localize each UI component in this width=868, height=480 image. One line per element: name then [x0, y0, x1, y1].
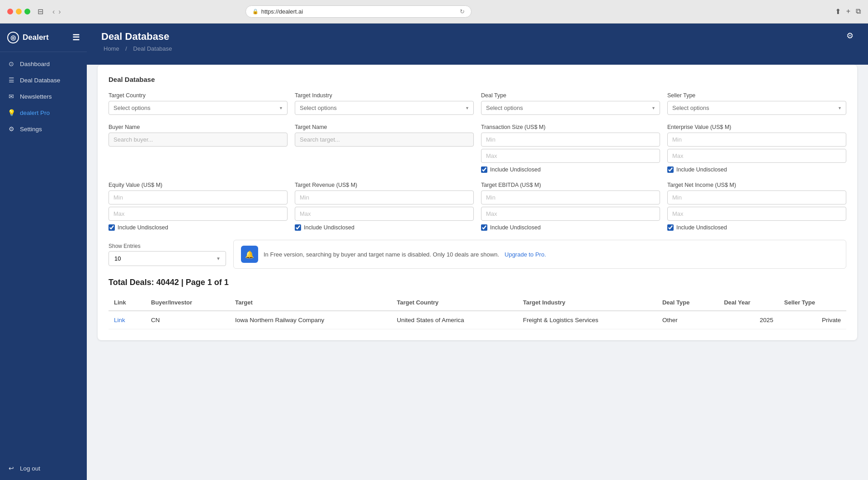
deal-type-select[interactable]: Select options	[481, 101, 660, 115]
target-revenue-include-undisclosed[interactable]: Include Undisclosed	[295, 224, 474, 231]
transaction-size-undisclosed-label: Include Undisclosed	[490, 166, 541, 173]
row-seller-type: Private	[779, 311, 846, 329]
filter-deal-type: Deal Type Select options	[481, 92, 660, 115]
show-entries-group: Show Entries 10 25 50 100	[108, 243, 226, 266]
breadcrumb-separator: /	[125, 45, 127, 52]
header-settings-icon[interactable]: ⚙	[846, 31, 854, 41]
maximize-dot[interactable]	[24, 9, 30, 14]
show-entries-label: Show Entries	[108, 243, 226, 249]
logo-icon	[7, 32, 19, 43]
target-revenue-min[interactable]	[295, 190, 474, 204]
filter-buyer-name: Buyer Name	[108, 124, 288, 173]
target-name-input[interactable]	[295, 133, 474, 147]
transaction-size-max[interactable]	[481, 149, 660, 163]
filter-row-2: Buyer Name Target Name Transaction Size …	[108, 124, 846, 173]
sidebar-item-dealert-pro[interactable]: 💡 dealert Pro	[0, 105, 87, 121]
sidebar-item-newsletters[interactable]: ✉ Newsletters	[0, 88, 87, 105]
target-net-income-min[interactable]	[667, 190, 846, 204]
transaction-size-undisclosed-checkbox[interactable]	[481, 166, 487, 173]
close-dot[interactable]	[7, 9, 13, 14]
target-ebitda-max[interactable]	[481, 207, 660, 221]
page-title: Deal Database	[101, 31, 175, 43]
table-body: Link CN Iowa Northern Railway Company Un…	[108, 311, 846, 329]
target-ebitda-undisclosed-checkbox[interactable]	[481, 224, 487, 231]
deal-link[interactable]: Link	[114, 317, 125, 323]
target-name-label: Target Name	[295, 124, 474, 130]
filter-row-1: Target Country Select options Target Ind…	[108, 92, 846, 115]
col-target-industry: Target Industry	[518, 295, 657, 311]
transaction-size-label: Transaction Size (US$ M)	[481, 124, 660, 130]
breadcrumb-home[interactable]: Home	[104, 45, 119, 52]
card-title: Deal Database	[108, 76, 846, 83]
row-deal-type: Other	[657, 311, 719, 329]
sidebar-nav: ⊙ Dashboard ☰ Deal Database ✉ Newsletter…	[0, 52, 87, 480]
upgrade-to-pro-link[interactable]: Upgrade to Pro.	[505, 251, 546, 258]
reload-icon[interactable]: ↻	[460, 8, 465, 15]
row-link-cell: Link	[108, 311, 146, 329]
sidebar: Dealert ☰ ⊙ Dashboard ☰ Deal Database ✉ …	[0, 24, 87, 480]
target-country-select[interactable]: Select options	[108, 101, 288, 115]
equity-value-include-undisclosed[interactable]: Include Undisclosed	[108, 224, 288, 231]
target-revenue-undisclosed-checkbox[interactable]	[295, 224, 301, 231]
deal-type-label: Deal Type	[481, 92, 660, 99]
equity-value-min[interactable]	[108, 190, 288, 204]
seller-type-select-wrapper: Select options	[667, 101, 846, 115]
sidebar-item-deal-database[interactable]: ☰ Deal Database	[0, 72, 87, 88]
row-industry: Freight & Logistics Services	[518, 311, 657, 329]
target-net-income-inputs	[667, 190, 846, 221]
filter-target-ebitda: Target EBITDA (US$ M) Include Undisclose…	[481, 182, 660, 231]
sidebar-item-logout[interactable]: ↩ Log out	[0, 460, 87, 476]
enterprise-value-max[interactable]	[667, 149, 846, 163]
forward-icon[interactable]: ›	[58, 8, 61, 16]
enterprise-value-undisclosed-label: Include Undisclosed	[676, 166, 727, 173]
target-net-income-max[interactable]	[667, 207, 846, 221]
tabs-icon[interactable]: ⧉	[856, 7, 861, 16]
show-entries-select-wrapper: 10 25 50 100	[108, 251, 226, 266]
sidebar-item-settings[interactable]: ⚙ Settings	[0, 121, 87, 137]
add-tab-icon[interactable]: +	[846, 7, 850, 16]
breadcrumb: Home / Deal Database	[101, 45, 175, 52]
seller-type-select[interactable]: Select options	[667, 101, 846, 115]
enterprise-value-include-undisclosed[interactable]: Include Undisclosed	[667, 166, 846, 173]
target-revenue-max[interactable]	[295, 207, 474, 221]
deal-database-card: Deal Database Target Country Select opti…	[98, 65, 857, 340]
transaction-size-include-undisclosed[interactable]: Include Undisclosed	[481, 166, 660, 173]
row-deal-year: 2025	[718, 311, 778, 329]
mail-icon: ✉	[7, 93, 15, 100]
target-ebitda-undisclosed-label: Include Undisclosed	[490, 224, 541, 231]
pro-icon: 💡	[7, 109, 15, 116]
enterprise-value-min[interactable]	[667, 133, 846, 147]
sidebar-toggle-icon[interactable]: ⊟	[38, 7, 43, 16]
browser-dots	[7, 9, 30, 14]
header-left: Deal Database Home / Deal Database	[101, 31, 175, 52]
col-link: Link	[108, 295, 146, 311]
breadcrumb-current: Deal Database	[133, 45, 172, 52]
enterprise-value-undisclosed-checkbox[interactable]	[667, 166, 674, 173]
sidebar-logo: Dealert ☰	[0, 24, 87, 52]
target-industry-select[interactable]: Select options	[295, 101, 474, 115]
target-net-income-include-undisclosed[interactable]: Include Undisclosed	[667, 224, 846, 231]
target-net-income-undisclosed-checkbox[interactable]	[667, 224, 674, 231]
transaction-size-min[interactable]	[481, 133, 660, 147]
filter-row-3: Equity Value (US$ M) Include Undisclosed…	[108, 182, 846, 231]
table-header: Link Buyer/Investor Target Target Countr…	[108, 295, 846, 311]
sidebar-item-dashboard[interactable]: ⊙ Dashboard	[0, 56, 87, 72]
lock-icon: 🔒	[252, 9, 259, 14]
target-ebitda-include-undisclosed[interactable]: Include Undisclosed	[481, 224, 660, 231]
hamburger-icon[interactable]: ☰	[72, 33, 80, 43]
back-icon[interactable]: ‹	[52, 8, 55, 16]
filter-target-country: Target Country Select options	[108, 92, 288, 115]
share-icon[interactable]: ⬆	[835, 7, 841, 16]
address-bar[interactable]: 🔒 https://dealert.ai ↻	[245, 5, 472, 18]
target-country-select-wrapper: Select options	[108, 101, 288, 115]
target-ebitda-min[interactable]	[481, 190, 660, 204]
seller-type-label: Seller Type	[667, 92, 846, 99]
col-buyer-investor: Buyer/Investor	[146, 295, 230, 311]
enterprise-value-label: Enterprise Value (US$ M)	[667, 124, 846, 130]
equity-value-max[interactable]	[108, 207, 288, 221]
equity-value-undisclosed-checkbox[interactable]	[108, 224, 115, 231]
buyer-name-input[interactable]	[108, 133, 288, 147]
show-entries-select[interactable]: 10 25 50 100	[108, 251, 226, 266]
bell-button[interactable]: 🔔	[241, 246, 258, 263]
minimize-dot[interactable]	[16, 9, 22, 14]
